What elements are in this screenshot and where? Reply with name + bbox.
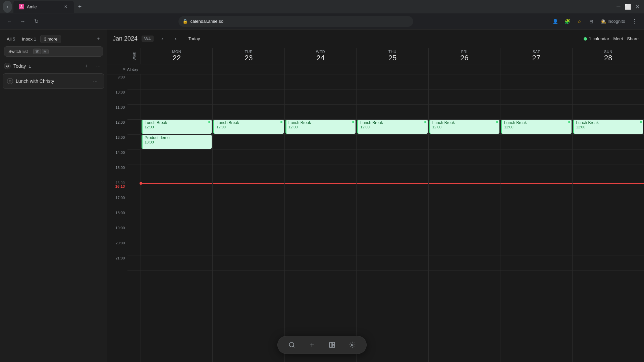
menu-button[interactable]: ⋮	[629, 16, 640, 27]
settings-toolbar-button[interactable]	[346, 339, 358, 351]
grid-col-tue[interactable]: Lunch Break 12:00	[213, 74, 284, 362]
close-window-button[interactable]: ✕	[633, 3, 641, 11]
day-col-sat[interactable]: Sat 27	[500, 48, 572, 64]
event-lunch-break-wed[interactable]: Lunch Break 12:00	[285, 120, 356, 134]
event-product-demo[interactable]: Product demo 13:00	[142, 135, 212, 149]
event-lunch-break-mon[interactable]: Lunch Break 12:00	[142, 120, 212, 134]
reload-button[interactable]: ↻	[31, 16, 42, 27]
day-name-mon: Mon	[172, 50, 181, 54]
allday-cell-sun[interactable]	[573, 64, 644, 74]
work-label[interactable]: Work	[132, 52, 136, 60]
allday-label-text: All day	[127, 67, 138, 71]
calendar-indicator[interactable]: 1 calendar	[584, 36, 609, 41]
event-dot-tue	[280, 121, 282, 123]
allday-cell-thu[interactable]	[357, 64, 428, 74]
incognito-button[interactable]: 🕵 Incognito	[598, 16, 628, 27]
add-toolbar-button[interactable]	[306, 339, 318, 351]
address-bar[interactable]: 🔒 calendar.amie.so	[178, 16, 413, 27]
search-toolbar-button[interactable]	[286, 339, 298, 351]
bookmark-icon[interactable]: ☆	[574, 16, 585, 27]
allday-x[interactable]: ✕ All day	[107, 64, 141, 74]
meet-button[interactable]: Meet	[613, 36, 623, 41]
task-checkbox[interactable]	[7, 78, 13, 84]
grid-col-mon[interactable]: Lunch Break 12:00 Produc	[141, 74, 213, 362]
week-badge[interactable]: W4	[142, 36, 154, 42]
sidebar-toggle[interactable]: ⊟	[586, 16, 597, 27]
forward-button[interactable]: →	[17, 16, 28, 27]
event-lunch-break-fri[interactable]: Lunch Break 12:00	[429, 120, 499, 134]
prev-week-button[interactable]: ‹	[158, 34, 167, 44]
layout-toolbar-button[interactable]	[326, 339, 338, 351]
grid-col-sat[interactable]: Lunch Break 12:00	[500, 74, 572, 362]
tab-all[interactable]: All 5	[4, 35, 18, 43]
event-lunch-break-sat[interactable]: Lunch Break 12:00	[501, 120, 571, 134]
day-col-fri[interactable]: Fri 26	[429, 48, 500, 64]
svg-rect-6	[332, 343, 335, 345]
event-lunch-break-tue[interactable]: Lunch Break 12:00	[213, 120, 283, 134]
sidebar-header: All 5 Inbox 1 3 more +	[0, 32, 107, 46]
switch-list-button[interactable]: Switch list ⌘ M	[4, 46, 103, 57]
share-button[interactable]: Share	[627, 36, 639, 41]
extension-icon[interactable]: 🧩	[562, 16, 573, 27]
event-lunch-time-wed: 12:00	[288, 125, 311, 129]
day-col-tue[interactable]: Tue 23	[213, 48, 284, 64]
lock-icon: 🔒	[182, 19, 188, 24]
day-col-thu[interactable]: Thu 25	[357, 48, 428, 64]
svg-point-8	[352, 344, 353, 346]
bottom-toolbar	[277, 336, 367, 354]
task-item[interactable]: Lunch with Christy ···	[3, 73, 104, 89]
event-dot-mon	[208, 121, 210, 123]
task-menu-button[interactable]: ···	[91, 76, 100, 86]
today-add-button[interactable]: +	[82, 61, 91, 71]
grid-col-thu[interactable]: Lunch Break 12:00	[357, 74, 428, 362]
time-labels: 9:00 10:00 11:00 12:00 13:00 14:00 15:00…	[107, 74, 127, 362]
current-time-dot	[140, 182, 142, 185]
add-item-button[interactable]: +	[94, 34, 103, 44]
day-col-mon[interactable]: Mon 22	[141, 48, 213, 64]
active-tab[interactable]: A Amie ✕	[13, 1, 74, 13]
day-col-sun[interactable]: Sun 28	[573, 48, 644, 64]
checkbox-inner	[8, 79, 12, 83]
grid-col-wed[interactable]: Lunch Break 12:00	[285, 74, 357, 362]
shortcut-key2: M	[42, 49, 49, 54]
day-num-sat: 27	[532, 54, 540, 62]
day-col-wed[interactable]: Wed 24	[285, 48, 357, 64]
allday-cell-mon[interactable]	[141, 64, 213, 74]
next-week-button[interactable]: ›	[171, 34, 180, 44]
allday-cell-tue[interactable]	[213, 64, 284, 74]
wh-4	[127, 120, 141, 135]
event-lunch-break-thu[interactable]: Lunch Break 12:00	[357, 120, 427, 134]
day-name-tue: Tue	[245, 50, 253, 54]
current-time-line-fri	[429, 183, 500, 184]
grid-col-sun[interactable]: Lunch Break 12:00	[573, 74, 644, 362]
allday-cell-wed[interactable]	[285, 64, 357, 74]
time-grid[interactable]: 9:00 10:00 11:00 12:00 13:00 14:00 15:00…	[107, 74, 644, 362]
browser-toolbar: ← → ↻ 🔒 calendar.amie.so 👤 🧩 ☆ ⊟ 🕵 Incog…	[0, 13, 644, 29]
grid-col-fri[interactable]: Lunch Break 12:00	[429, 74, 500, 362]
today-section: ⊙ Today 1 + ···	[0, 59, 107, 73]
more-button[interactable]: 3 more	[40, 35, 61, 43]
wh-7	[127, 165, 141, 180]
allday-cell-fri[interactable]	[429, 64, 500, 74]
maximize-button[interactable]: ⬜	[624, 3, 632, 11]
event-lunch-break-sun[interactable]: Lunch Break 12:00	[573, 120, 643, 134]
allday-row: ✕ All day	[107, 64, 644, 74]
today-button[interactable]: Today	[184, 35, 204, 43]
minimize-button[interactable]: ─	[614, 3, 623, 11]
tab-close-button[interactable]: ✕	[63, 4, 68, 9]
event-lunch-time-tue: 12:00	[216, 125, 239, 129]
time-label-12: 12:00	[107, 120, 127, 135]
browser-tabs: ‹ A Amie ✕ + ─ ⬜ ✕	[0, 0, 644, 13]
day-name-wed: Wed	[316, 50, 325, 54]
new-tab-button[interactable]: +	[75, 2, 85, 11]
prev-tab-arrow[interactable]: ‹	[3, 1, 12, 13]
back-button[interactable]: ←	[4, 16, 15, 27]
tab-inbox[interactable]: Inbox 1	[19, 35, 39, 43]
allday-cell-sat[interactable]	[500, 64, 572, 74]
calendar-main: Jan 2024 W4 ‹ › Today 1 calendar Meet Sh…	[107, 29, 644, 362]
day-num-fri: 26	[460, 54, 468, 62]
wh-6	[127, 150, 141, 165]
today-menu-button[interactable]: ···	[94, 61, 103, 71]
calendar-count: 1 calendar	[589, 36, 609, 41]
profile-icon[interactable]: 👤	[550, 16, 560, 27]
